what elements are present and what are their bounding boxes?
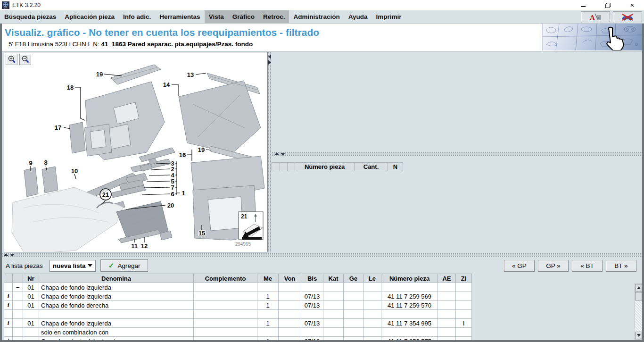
column-header-von: Von [279,274,301,283]
diagram-label-12[interactable]: 12 [141,242,148,250]
cell-von [279,337,301,341]
nav-button-1[interactable]: GP » [538,260,569,272]
diagram-label-10[interactable]: 10 [71,167,78,175]
table-scrollbar[interactable] [635,284,642,340]
table-row[interactable] [4,310,472,319]
diagram-label-16[interactable]: 16 [179,151,186,158]
zoom-in-button[interactable] [6,54,17,65]
hide-vehicle-button[interactable] [613,11,642,22]
restore-button[interactable] [603,1,612,9]
cell-ge [344,283,363,292]
cell-denomina: solo en combinacion con [39,328,194,337]
info-icon: i [4,337,13,341]
vehicle-context: 5' F18 Limusina 523Li CHN L N: 41_1863 P… [8,41,253,48]
menu-item-ayuda[interactable]: Ayuda [344,10,372,23]
collapse-left-icon[interactable] [268,54,271,59]
menu-item-b-squeda-piezas[interactable]: Búsqueda piezas [0,10,60,23]
cell-nr: 01 [23,301,39,310]
table-row[interactable]: −01Chapa de fondo izquierda [4,283,472,292]
main-horizontal-splitter[interactable] [2,253,642,257]
vertical-splitter[interactable] [268,52,272,252]
column-header-le: Le [363,274,381,283]
diagram-label-11[interactable]: 11 [131,242,138,250]
cell-von [279,319,301,328]
parts-sketch-image [543,24,642,50]
diagram-label-1[interactable]: 1 [182,190,185,197]
table-row[interactable]: iConsola asiento delantero izqu107/1341 … [4,337,472,341]
list-dropdown[interactable]: nueva lista [50,260,96,272]
scroll-up-button[interactable] [635,284,642,292]
cell-le [363,310,381,319]
collapse-up-icon[interactable] [274,152,279,155]
diagram-label-14[interactable]: 14 [163,81,170,88]
menu-item-gr-fico[interactable]: Gráfico [228,10,259,23]
font-size-toggle-button[interactable]: A a [581,11,610,22]
scrollbar-thumb[interactable] [635,292,642,300]
expand-down-icon[interactable] [281,153,285,156]
column-header-icon [4,274,13,283]
menu-item-retroc-[interactable]: Retroc. [259,10,289,23]
diagram-label-9[interactable]: 9 [29,159,32,167]
column-header-denomina: Denomina [39,274,194,283]
arrow-up-icon [637,286,641,289]
diagram-label-19[interactable]: 19 [198,146,205,153]
info-icon: i [4,319,13,328]
menu-item-herramientas[interactable]: Herramientas [155,10,204,23]
diagram-legend: 21 [239,212,263,240]
cell-kat [323,301,344,310]
close-button[interactable]: × [628,1,636,9]
table-row[interactable]: i01Chapa de fondo izquierda107/1341 11 7… [4,319,472,328]
cell-denomina [39,310,194,319]
diagram-label-13[interactable]: 13 [187,71,194,78]
table-row[interactable]: solo en combinacion con [4,328,472,337]
minimize-icon [581,6,586,7]
cell-le [363,301,381,310]
diagram-label-19[interactable]: 19 [96,71,103,78]
diagram-panel: 21 294965 191813141719169810324576121201… [4,52,268,252]
cell-numero: 41 11 7 259 575 [381,337,438,341]
expand-right-icon[interactable] [268,60,271,65]
table-row[interactable]: i01Chapa de fondo izquierda107/1341 11 7… [4,292,472,301]
cell-zi [456,310,472,319]
menu-item-info-adic-[interactable]: Info adic. [119,10,155,23]
minimize-button[interactable] [579,1,587,9]
collapse-up-icon[interactable] [4,253,8,256]
diagram-label-18[interactable]: 18 [67,84,74,91]
menu-item-administraci-n[interactable]: Administración [289,10,344,23]
diagram-label-20[interactable]: 20 [167,202,174,209]
cell-ae [438,310,456,319]
diagram-label-7[interactable]: 7 [171,184,174,191]
expand-down-icon[interactable] [10,254,15,257]
cell-kat [323,337,344,341]
right-horizontal-splitter[interactable] [272,152,642,156]
cell-numero [381,328,438,337]
diagram-label-15[interactable]: 15 [198,230,205,237]
add-button-label: Agregar [117,262,140,269]
cell-bis [301,283,323,292]
cell-numero [381,283,438,292]
nav-button-0[interactable]: « GP [504,260,535,272]
diagram-label-6[interactable]: 6 [171,191,174,198]
menu-item-vista[interactable]: Vista [205,10,228,23]
cell-me: 1 [257,337,279,341]
menu-item-imprimir[interactable]: Imprimir [372,10,405,23]
cell-le [363,337,381,341]
cell-me [257,283,279,292]
add-button[interactable]: ✓ Agregar [100,259,149,272]
car-crossed-icon [620,13,635,21]
cell-zi [456,337,472,341]
diagram-label-8[interactable]: 8 [44,159,47,166]
table-row[interactable]: i01Chapa de fondo derecha107/1341 11 7 2… [4,301,472,310]
close-icon: × [630,1,635,8]
scroll-down-button[interactable] [635,332,642,339]
menubar: Búsqueda piezasAplicación piezaInfo adic… [0,10,644,24]
zoom-out-button[interactable] [19,54,31,65]
nav-button-3[interactable]: BT » [606,260,636,272]
diagram-label-17[interactable]: 17 [55,124,61,131]
nav-button-2[interactable]: « BT [572,260,603,272]
menu-item-aplicaci-n-pieza[interactable]: Aplicación pieza [60,10,119,23]
diagram-label-21[interactable]: 21 [102,191,109,198]
info-icon: i [4,292,13,301]
cell-denomina: Chapa de fondo izquierda [39,292,194,301]
cell-numero: 41 11 7 259 570 [381,301,438,310]
